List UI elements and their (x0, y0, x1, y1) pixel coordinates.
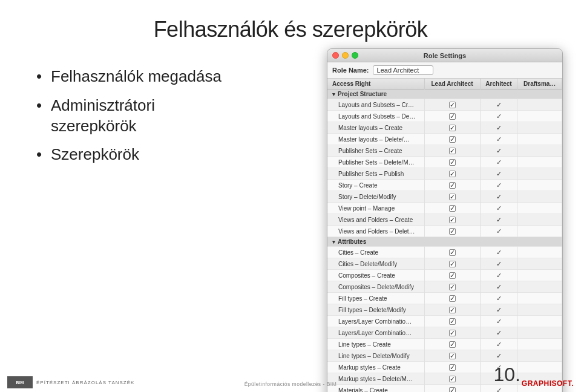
lead-architect-cell[interactable] (424, 385, 480, 393)
lead-architect-cell[interactable] (424, 99, 480, 111)
lead-architect-cell[interactable] (424, 281, 480, 293)
maximize-button[interactable] (352, 52, 358, 59)
architect-cell[interactable]: ✓ (480, 270, 517, 281)
expand-arrow[interactable]: ▾ (332, 239, 335, 245)
draftsman-cell[interactable] (517, 327, 562, 339)
architect-cell[interactable]: ✓ (480, 350, 517, 362)
draftsman-cell[interactable] (517, 99, 562, 111)
lead-architect-cell[interactable] (424, 191, 480, 203)
lead-architect-cell[interactable] (424, 247, 480, 258)
draftsman-cell[interactable] (517, 304, 562, 316)
lead-architect-cell[interactable] (424, 203, 480, 214)
draftsman-cell[interactable] (517, 122, 562, 134)
architect-cell[interactable]: ✓ (480, 99, 517, 111)
draftsman-cell[interactable] (517, 281, 562, 293)
architect-cell[interactable]: ✓ (480, 304, 517, 316)
architect-cell[interactable]: ✓ (480, 168, 517, 180)
draftsman-cell[interactable] (517, 191, 562, 203)
draftsman-cell[interactable] (517, 214, 562, 226)
draftsman-cell[interactable] (517, 145, 562, 157)
architect-cell[interactable]: ✓ (480, 111, 517, 122)
architect-cell[interactable]: ✓ (480, 226, 517, 237)
lead-architect-cell[interactable] (424, 180, 480, 191)
architect-cell[interactable]: ✓ (480, 316, 517, 327)
minimize-button[interactable] (342, 52, 349, 59)
draftsman-cell[interactable] (517, 316, 562, 327)
architect-cell[interactable]: ✓ (480, 281, 517, 293)
architect-cell[interactable]: ✓ (480, 327, 517, 339)
lead-architect-cell[interactable] (424, 122, 480, 134)
architect-cell[interactable]: ✓ (480, 134, 517, 145)
draftsman-cell[interactable] (517, 247, 562, 258)
close-button[interactable] (332, 52, 339, 59)
checkbox-checked[interactable] (449, 376, 456, 382)
checkbox-checked[interactable] (449, 272, 456, 279)
draftsman-cell[interactable] (517, 350, 562, 362)
checkbox-checked[interactable] (449, 113, 456, 120)
lead-architect-cell[interactable] (424, 293, 480, 304)
checkbox-checked[interactable] (449, 387, 456, 392)
lead-architect-cell[interactable] (424, 134, 480, 145)
architect-cell[interactable]: ✓ (480, 180, 517, 191)
draftsman-cell[interactable] (517, 134, 562, 145)
lead-architect-cell[interactable] (424, 226, 480, 237)
architect-cell[interactable]: ✓ (480, 293, 517, 304)
checkbox-checked[interactable] (449, 353, 456, 359)
checkbox-checked[interactable] (449, 159, 456, 166)
architect-cell[interactable]: ✓ (480, 157, 517, 168)
checkbox-checked[interactable] (449, 148, 456, 154)
architect-cell[interactable]: ✓ (480, 203, 517, 214)
draftsman-cell[interactable] (517, 362, 562, 373)
draftsman-cell[interactable] (517, 339, 562, 350)
draftsman-cell[interactable] (517, 258, 562, 270)
lead-architect-cell[interactable] (424, 111, 480, 122)
checkbox-checked[interactable] (449, 261, 456, 267)
checkbox-checked[interactable] (449, 295, 456, 302)
draftsman-cell[interactable] (517, 168, 562, 180)
lead-architect-cell[interactable] (424, 157, 480, 168)
architect-cell[interactable]: ✓ (480, 191, 517, 203)
draftsman-cell[interactable] (517, 270, 562, 281)
expand-arrow[interactable]: ▾ (332, 91, 335, 97)
checkbox-checked[interactable] (449, 102, 456, 108)
draftsman-cell[interactable] (517, 203, 562, 214)
lead-architect-cell[interactable] (424, 327, 480, 339)
lead-architect-cell[interactable] (424, 350, 480, 362)
lead-architect-cell[interactable] (424, 339, 480, 350)
architect-cell[interactable]: ✓ (480, 145, 517, 157)
architect-cell[interactable]: ✓ (480, 214, 517, 226)
draftsman-cell[interactable] (517, 111, 562, 122)
checkbox-checked[interactable] (449, 125, 456, 131)
draftsman-cell[interactable] (517, 293, 562, 304)
checkbox-checked[interactable] (449, 330, 456, 336)
architect-cell[interactable]: ✓ (480, 247, 517, 258)
checkbox-checked[interactable] (449, 205, 456, 212)
checkbox-checked[interactable] (449, 284, 456, 290)
checkbox-checked[interactable] (449, 307, 456, 313)
checkbox-checked[interactable] (449, 318, 456, 325)
lead-architect-cell[interactable] (424, 362, 480, 373)
lead-architect-cell[interactable] (424, 316, 480, 327)
draftsman-cell[interactable] (517, 180, 562, 191)
checkbox-checked[interactable] (449, 182, 456, 189)
draftsman-cell[interactable] (517, 157, 562, 168)
checkbox-checked[interactable] (449, 364, 456, 371)
draftsman-cell[interactable] (517, 226, 562, 237)
lead-architect-cell[interactable] (424, 168, 480, 180)
architect-cell[interactable]: ✓ (480, 339, 517, 350)
lead-architect-cell[interactable] (424, 373, 480, 385)
checkbox-checked[interactable] (449, 341, 456, 348)
checkbox-checked[interactable] (449, 171, 456, 177)
checkbox-checked[interactable] (449, 228, 456, 235)
role-name-field[interactable]: Lead Architect (373, 65, 433, 75)
checkbox-checked[interactable] (449, 217, 456, 223)
lead-architect-cell[interactable] (424, 214, 480, 226)
lead-architect-cell[interactable] (424, 258, 480, 270)
lead-architect-cell[interactable] (424, 270, 480, 281)
lead-architect-cell[interactable] (424, 304, 480, 316)
architect-cell[interactable]: ✓ (480, 258, 517, 270)
checkbox-checked[interactable] (449, 136, 456, 143)
checkbox-checked[interactable] (449, 249, 456, 256)
lead-architect-cell[interactable] (424, 145, 480, 157)
architect-cell[interactable]: ✓ (480, 122, 517, 134)
